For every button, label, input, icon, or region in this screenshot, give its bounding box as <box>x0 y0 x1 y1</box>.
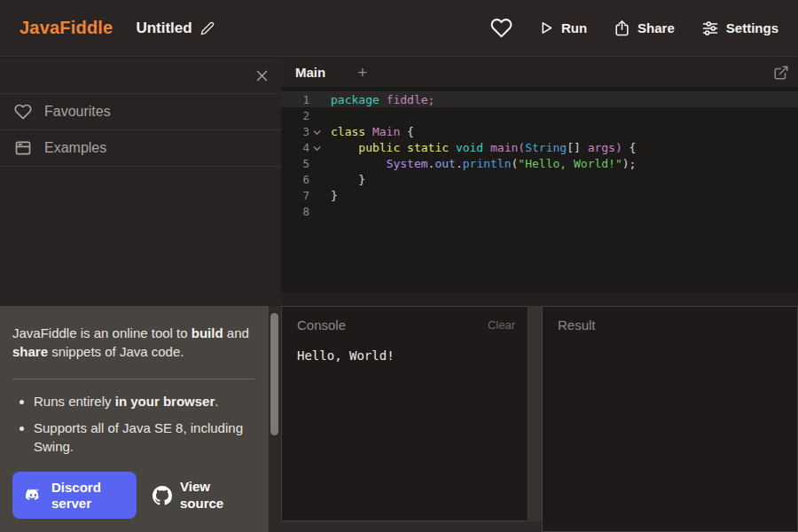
console-title: Console <box>297 317 346 332</box>
code-line[interactable]: 8 <box>281 203 798 219</box>
sidebar-item-label: Examples <box>44 140 106 156</box>
line-number: 7 <box>290 189 309 202</box>
code-line[interactable]: 2 <box>281 107 798 123</box>
fold-spacer <box>309 178 325 180</box>
sidebar-item-label: Favourites <box>44 104 111 120</box>
code-line[interactable]: 4 public static void main(String[] args)… <box>281 139 798 155</box>
settings-button[interactable]: Settings <box>701 20 778 37</box>
line-number: 1 <box>290 93 309 106</box>
line-number: 6 <box>290 173 309 186</box>
code-text: class Main { <box>325 125 414 138</box>
result-title: Result <box>558 317 596 332</box>
header-actions: Run Share Settings <box>490 17 778 39</box>
console-output: Hello, World! <box>282 332 528 363</box>
info-bullet: Runs entirely in your browser. <box>34 392 254 411</box>
fold-spacer <box>309 194 325 196</box>
line-number: 2 <box>290 109 309 122</box>
code-line[interactable]: 7} <box>281 187 798 203</box>
console-panel: Console Clear Hello, World! <box>281 306 528 521</box>
code-line[interactable]: 6 } <box>281 171 798 187</box>
code-text: } <box>325 173 365 186</box>
fold-chevron-icon[interactable] <box>309 144 325 152</box>
discord-button-label: Discord server <box>51 480 103 512</box>
discord-server-button[interactable]: Discord server <box>12 472 137 519</box>
info-bullet: Supports all of Java SE 8, including Swi… <box>34 419 254 457</box>
info-bullets: Runs entirely in your browser. Supports … <box>12 392 254 457</box>
code-text: System.out.println("Hello, World!"); <box>325 157 636 170</box>
line-number: 3 <box>290 125 309 138</box>
scrollbar-thumb[interactable] <box>270 313 278 435</box>
external-link-icon[interactable] <box>773 65 789 81</box>
sidebar-item-examples[interactable]: Examples <box>0 130 281 167</box>
view-source-label: View source <box>180 479 230 512</box>
fold-chevron-icon[interactable] <box>309 128 325 136</box>
document-title-text: Untitled <box>136 20 192 37</box>
heart-icon <box>14 103 32 121</box>
app-logo[interactable]: JavaFiddle <box>20 18 113 38</box>
info-panel: JavaFiddle is an online tool to build an… <box>0 306 269 532</box>
play-icon <box>539 20 554 35</box>
console-input-row[interactable] <box>281 521 542 532</box>
settings-label: Settings <box>726 20 778 35</box>
editor-tab-bar: Main + <box>281 58 798 87</box>
code-text: } <box>325 189 338 202</box>
line-number: 8 <box>290 205 309 218</box>
line-number: 4 <box>290 141 309 154</box>
discord-icon <box>24 486 43 505</box>
code-line[interactable]: 3class Main { <box>281 123 798 139</box>
share-label: Share <box>638 20 675 35</box>
code-lines[interactable]: 1package fiddle;23class Main {4 public s… <box>281 87 798 219</box>
run-label: Run <box>561 20 587 35</box>
code-line[interactable]: 5 System.out.println("Hello, World!"); <box>281 155 798 171</box>
clear-console-button[interactable]: Clear <box>488 318 515 332</box>
sidebar-header-row <box>0 58 281 94</box>
code-text: public static void main(String[] args) { <box>325 141 636 154</box>
code-line[interactable]: 1package fiddle; <box>281 91 798 107</box>
info-divider <box>12 379 254 379</box>
sidebar-scrollbar[interactable] <box>269 306 281 532</box>
add-tab-button[interactable]: + <box>357 64 367 81</box>
pencil-icon[interactable] <box>200 21 215 35</box>
fold-spacer <box>309 98 325 100</box>
tab-main[interactable]: Main <box>295 65 325 80</box>
document-title[interactable]: Untitled <box>136 20 214 37</box>
line-number: 5 <box>290 157 309 170</box>
sidebar: Favourites Examples JavaFiddle is an onl… <box>0 58 281 532</box>
code-editor: Main + 1package fiddle;23class Main {4 p… <box>281 58 798 293</box>
top-bar: JavaFiddle Untitled Run Share Settings <box>0 0 798 57</box>
result-panel: Result <box>542 306 798 532</box>
fold-spacer <box>309 162 325 164</box>
fold-spacer <box>309 114 325 116</box>
fold-spacer <box>309 210 325 212</box>
info-intro: JavaFiddle is an online tool to build an… <box>12 324 254 362</box>
run-button[interactable]: Run <box>539 20 587 35</box>
github-icon <box>153 486 172 505</box>
close-icon[interactable] <box>254 68 270 83</box>
sliders-icon <box>701 20 719 37</box>
info-buttons: Discord server View source <box>12 472 254 519</box>
share-button[interactable]: Share <box>614 20 675 36</box>
view-source-button[interactable]: View source <box>153 479 230 512</box>
archive-icon <box>14 139 32 157</box>
favourite-heart-icon[interactable] <box>490 17 512 39</box>
code-text: package fiddle; <box>325 93 434 106</box>
share-icon <box>614 20 630 36</box>
sidebar-item-favourites[interactable]: Favourites <box>0 94 281 130</box>
output-panels: Console Clear Hello, World! Result <box>281 306 798 532</box>
